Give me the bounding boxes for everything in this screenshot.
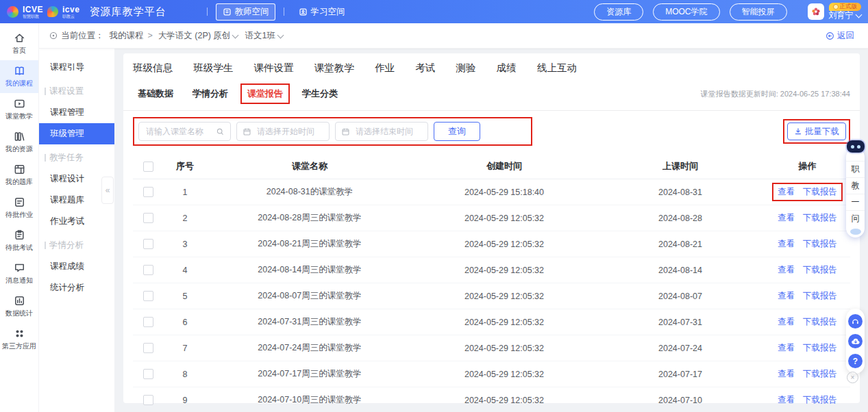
download-report-link[interactable]: 下载报告 [803,342,837,354]
back-button[interactable]: 返回 [826,30,854,42]
learning-space-icon [299,8,308,16]
sidebar-item[interactable]: 课程设置 [39,81,114,102]
download-report-link[interactable]: 下载报告 [803,212,837,224]
avatar[interactable] [808,3,824,20]
view-link[interactable]: 查看 [778,342,795,354]
wave-decoration [850,229,861,235]
rail-item[interactable]: 第三方应用 [0,323,38,356]
breadcrumb-course[interactable]: 大学语文 (2P) 原创 [158,30,231,42]
support-icon[interactable] [848,314,863,329]
rail-item[interactable]: 我的题库 [0,159,38,192]
rail-item[interactable]: 首页 [0,27,38,60]
main-tab[interactable]: 班级学生 [193,62,233,75]
sidebar-item[interactable]: 统计分析 [39,277,114,298]
rail-item[interactable]: 待批作业 [0,192,38,224]
rail-item[interactable]: 课堂教学 [0,93,38,126]
breadcrumb-root[interactable]: 我的课程 [110,30,144,42]
row-number: 9 [163,387,207,412]
main-tab[interactable]: 考试 [415,62,435,75]
select-all-checkbox[interactable] [143,162,153,172]
sub-tab[interactable]: 学生分类 [297,86,343,102]
view-link[interactable]: 查看 [778,186,795,198]
view-link[interactable]: 查看 [778,368,795,380]
header-pill-button[interactable]: 资源库 [594,3,643,21]
message-icon [14,262,25,274]
sub-tab[interactable]: 学情分析 [188,86,233,102]
main-tab[interactable]: 作业 [375,62,395,75]
cloud-download-icon[interactable] [848,334,863,348]
sidebar-item-label: 学情分析 [49,240,84,251]
created-time: 2024-05-29 12:05:32 [412,283,596,309]
rail-item[interactable]: 消息通知 [0,257,38,290]
view-link[interactable]: 查看 [778,290,795,302]
sidebar-item[interactable]: 课程管理 [39,102,114,123]
row-checkbox[interactable] [143,369,153,379]
sidebar-item[interactable]: 课程引导 [39,57,114,78]
class-name-search-field[interactable] [138,122,231,141]
end-time-input[interactable] [354,126,422,137]
space-nav-link[interactable]: 学习空间 [293,4,351,20]
start-time-input[interactable] [256,126,323,137]
main-tab[interactable]: 班级信息 [133,62,173,75]
rail-item[interactable]: 数据统计 [0,290,38,323]
download-report-link[interactable]: 下载报告 [803,238,837,250]
download-report-link[interactable]: 下载报告 [803,186,837,198]
breadcrumb-class[interactable]: 语文1班 [245,30,275,42]
row-checkbox[interactable] [143,239,153,249]
help-icon[interactable]: ? [848,354,863,368]
sidebar-collapse-handle[interactable]: « [101,177,114,204]
download-report-link[interactable]: 下载报告 [803,316,837,328]
main-tab[interactable]: 测验 [456,62,476,75]
view-link[interactable]: 查看 [778,238,795,250]
row-checkbox[interactable] [143,213,153,223]
sidebar-item[interactable]: 教学任务 [39,147,114,168]
sidebar-item[interactable]: 班级管理 [39,123,114,144]
class-dropdown-icon[interactable] [277,31,284,38]
user-box[interactable]: 正式版 刘育宁 [808,3,862,21]
class-name: 2024-07-17周三的课堂教学 [207,361,412,387]
row-checkbox[interactable] [143,343,153,353]
class-name-search-input[interactable] [145,126,212,137]
row-checkbox[interactable] [143,187,153,197]
rail-item[interactable]: 我的课程 [0,60,38,93]
app-header: ICVE智慧职教 icve职教云 资源库教学平台 教师空间 学习空间 资源库MO… [0,0,868,23]
main-tab[interactable]: 课件设置 [254,62,294,75]
rail-item[interactable]: 待批考试 [0,224,38,257]
assistant-widget[interactable]: 职教一问 [846,148,865,237]
view-link[interactable]: 查看 [778,394,795,406]
main-tab[interactable]: 成绩 [497,62,517,75]
sidebar-item[interactable]: 课程成绩 [39,256,114,277]
sub-tab[interactable]: 课堂报告 [243,86,288,102]
rail-item[interactable]: 我的资源 [0,126,38,159]
view-link[interactable]: 查看 [778,212,795,224]
start-time-picker[interactable] [236,122,330,141]
sidebar-item[interactable]: 学情分析 [39,235,114,256]
toolbar-collapse-icon[interactable]: × [847,372,858,383]
main-tab[interactable]: 线上互动 [537,62,577,75]
row-checkbox[interactable] [143,317,153,327]
sidebar-item[interactable]: 作业考试 [39,211,114,232]
header-pill-button[interactable]: 智能投屏 [730,3,787,21]
download-report-link[interactable]: 下载报告 [803,264,837,276]
search-button[interactable]: 查询 [434,122,480,141]
row-checkbox[interactable] [143,265,153,275]
course-dropdown-icon[interactable] [232,31,239,38]
header-pill-button[interactable]: MOOC学院 [653,3,719,21]
row-checkbox[interactable] [143,291,153,301]
floating-toolbar: ? [846,309,865,374]
view-link[interactable]: 查看 [778,316,795,328]
download-report-link[interactable]: 下载报告 [803,394,837,406]
main-tab[interactable]: 课堂教学 [314,62,354,75]
end-time-picker[interactable] [335,122,428,141]
download-report-link[interactable]: 下载报告 [803,290,837,302]
space-nav-link[interactable]: 教师空间 [216,3,275,21]
user-name[interactable]: 刘育宁 [829,11,861,21]
row-checkbox[interactable] [143,395,153,405]
assistant-label-char: 职 [846,161,865,177]
batch-download-button[interactable]: 批量下载 [787,123,846,140]
search-icon [216,127,225,136]
download-report-link[interactable]: 下载报告 [803,368,837,380]
sub-tab[interactable]: 基础数据 [133,86,178,102]
sidebar-item-label: 班级管理 [50,128,84,140]
view-link[interactable]: 查看 [778,264,795,276]
